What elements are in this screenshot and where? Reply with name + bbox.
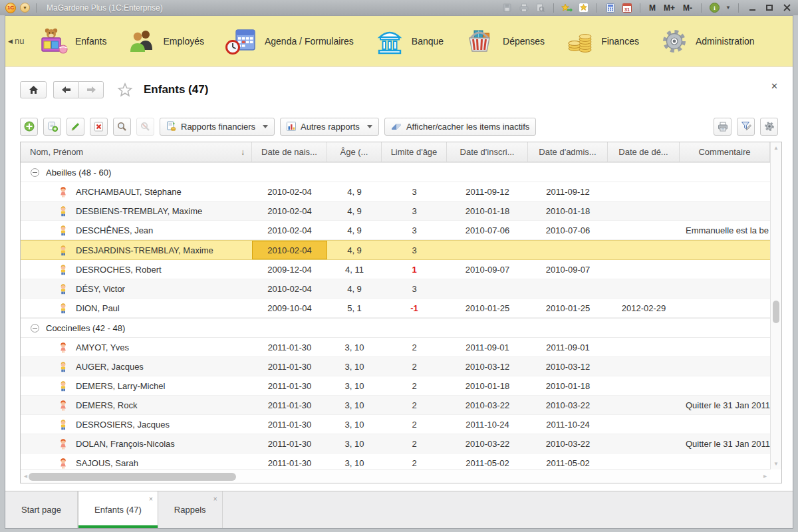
financial-reports-dropdown[interactable]: Rapports financiers bbox=[160, 118, 275, 136]
info-button[interactable]: i bbox=[709, 2, 720, 13]
collapse-group-icon[interactable] bbox=[31, 168, 39, 177]
add-favorite-icon[interactable] bbox=[578, 2, 589, 13]
ribbon-item-enfants[interactable]: Enfants bbox=[37, 26, 106, 57]
minimize-button[interactable] bbox=[746, 3, 758, 13]
cell-comment bbox=[680, 201, 770, 220]
cell-age: 4, 9 bbox=[327, 279, 382, 298]
tab-rappels[interactable]: Rappels× bbox=[158, 491, 223, 528]
vertical-scrollbar[interactable]: ▲ ▼ bbox=[770, 142, 781, 469]
print-list-button[interactable] bbox=[714, 118, 732, 136]
other-reports-dropdown[interactable]: Autres rapports bbox=[280, 118, 379, 136]
forward-button[interactable] bbox=[78, 81, 104, 98]
scroll-left-icon[interactable]: ◂ bbox=[24, 472, 27, 479]
child-name: DÉSY, Victor bbox=[76, 284, 125, 294]
vertical-scroll-thumb[interactable] bbox=[773, 301, 779, 323]
back-button[interactable] bbox=[53, 81, 78, 98]
table-row[interactable]: DESBIENS-TREMBLAY, Maxime2010-02-044, 93… bbox=[21, 201, 770, 221]
horizontal-scroll-thumb[interactable] bbox=[29, 473, 236, 481]
ribbon-item-banque[interactable]: Banque bbox=[375, 27, 444, 55]
system-menu-button[interactable]: ▼ bbox=[20, 3, 30, 13]
table-row[interactable]: DESROCHES, Robert2009-12-044, 1112010-09… bbox=[21, 260, 770, 279]
calculator-icon[interactable] bbox=[604, 2, 616, 13]
toggle-inactive-button[interactable]: Afficher/cacher les items inactifs bbox=[384, 118, 536, 136]
ribbon-item-depenses[interactable]: Dépenses bbox=[465, 27, 545, 55]
column-header-6[interactable]: Date de dé... bbox=[608, 142, 680, 162]
column-header-7[interactable]: Commentaire bbox=[680, 142, 770, 162]
cell-departure bbox=[608, 279, 680, 298]
favorites-navigate-icon[interactable] bbox=[561, 2, 573, 13]
column-header-3[interactable]: Limite d'âge bbox=[382, 142, 447, 162]
cell-birth: 2009-10-04 bbox=[252, 299, 327, 317]
table-row[interactable]: DOLAN, François-Nicolas2011-01-303, 1022… bbox=[21, 434, 770, 454]
search-button[interactable] bbox=[113, 118, 131, 136]
ribbon-item-employes[interactable]: Employés bbox=[128, 27, 203, 55]
table-row[interactable]: DESROSIERS, Jacques2011-01-303, 1022011-… bbox=[21, 415, 770, 434]
tab-close-icon[interactable]: × bbox=[213, 495, 217, 503]
calendar-icon[interactable]: 31 bbox=[621, 2, 632, 13]
financial-reports-label: Rapports financiers bbox=[181, 122, 255, 132]
column-header-1[interactable]: Date de nais... bbox=[252, 142, 327, 162]
column-header-0[interactable]: Nom, Prénom↓ bbox=[21, 142, 252, 162]
table-row[interactable]: DEMERS, Larry-Michel2011-01-303, 1022010… bbox=[21, 376, 770, 396]
cell-name: AMYOT, Yves bbox=[21, 338, 252, 356]
page-close-button[interactable]: ✕ bbox=[771, 81, 778, 91]
print-preview-icon[interactable] bbox=[535, 2, 546, 13]
girl-icon bbox=[58, 186, 68, 198]
memory-add-button[interactable]: M+ bbox=[662, 3, 676, 13]
1c-logo-icon[interactable]: 1C bbox=[5, 3, 16, 13]
child-name: AMYOT, Yves bbox=[76, 342, 129, 352]
memory-subtract-button[interactable]: M- bbox=[682, 3, 694, 13]
scroll-down-icon[interactable]: ▼ bbox=[771, 461, 781, 467]
ribbon-item-finances[interactable]: Finances bbox=[566, 27, 639, 55]
active-cell[interactable]: 2010-02-04 bbox=[252, 241, 327, 259]
table-header: Nom, Prénom↓Date de nais...Âge (...Limit… bbox=[21, 142, 770, 162]
cell-inscription: 2011-05-02 bbox=[447, 454, 528, 469]
cell-limit: 2 bbox=[382, 434, 447, 453]
tab-start-page[interactable]: Start page bbox=[5, 491, 78, 528]
close-button[interactable] bbox=[781, 3, 793, 13]
table-row[interactable]: DESCHÊNES, Jean2010-02-044, 932010-07-06… bbox=[21, 221, 770, 240]
tab-close-icon[interactable]: × bbox=[149, 495, 153, 503]
cell-comment bbox=[680, 454, 770, 469]
copy-button[interactable] bbox=[43, 118, 61, 136]
table-row[interactable]: DEMERS, Rock2011-01-303, 1022010-03-2220… bbox=[21, 396, 770, 415]
filter-settings-button[interactable] bbox=[737, 118, 755, 136]
print-icon[interactable] bbox=[518, 2, 529, 13]
horizontal-scrollbar[interactable]: ◂ ▸ bbox=[21, 469, 770, 483]
table-row[interactable]: DION, Paul2009-10-045, 1-12010-01-252010… bbox=[21, 299, 770, 318]
add-button[interactable] bbox=[20, 118, 38, 136]
column-header-2[interactable]: Âge (... bbox=[327, 142, 382, 162]
collapse-group-icon[interactable] bbox=[31, 324, 39, 332]
list-settings-button[interactable] bbox=[760, 118, 778, 136]
group-row[interactable]: Coccinelles (42 - 48) bbox=[21, 318, 770, 338]
chevron-down-icon bbox=[367, 125, 372, 128]
cell-limit: 3 bbox=[382, 241, 447, 259]
maximize-button[interactable] bbox=[763, 3, 775, 13]
ribbon-item-agenda[interactable]: Agenda / Formulaires bbox=[225, 27, 354, 55]
ribbon-item-administration[interactable]: Administration bbox=[660, 27, 755, 55]
edit-button[interactable] bbox=[66, 118, 84, 136]
table-row[interactable]: ARCHAMBAULT, Stéphane2010-02-044, 932011… bbox=[21, 182, 770, 201]
memory-recall-button[interactable]: M bbox=[648, 3, 657, 13]
table-row[interactable]: AUGER, Jacques2011-01-303, 1022010-03-12… bbox=[21, 357, 770, 376]
save-icon[interactable] bbox=[501, 2, 513, 13]
scroll-up-icon[interactable]: ▲ bbox=[771, 145, 781, 151]
favorite-star-icon[interactable] bbox=[117, 82, 133, 98]
delete-button[interactable] bbox=[90, 118, 108, 136]
scroll-right-icon[interactable]: ▸ bbox=[763, 472, 767, 479]
menu-collapsed[interactable]: ◀ nu bbox=[5, 36, 37, 46]
table-row[interactable]: DESJARDINS-TREMBLAY, Maxime2010-02-044, … bbox=[21, 240, 770, 260]
table-row[interactable]: DÉSY, Victor2010-02-044, 93 bbox=[21, 279, 770, 299]
table-row[interactable]: SAJOUS, Sarah2011-01-303, 1022011-05-022… bbox=[21, 454, 770, 469]
column-header-4[interactable]: Date d'inscri... bbox=[447, 142, 528, 162]
column-header-5[interactable]: Date d'admis... bbox=[528, 142, 608, 162]
table-row[interactable]: AMYOT, Yves2011-01-303, 1022011-09-01201… bbox=[21, 338, 770, 357]
bottom-tab-bar: Start pageEnfants (47)×Rappels× bbox=[5, 491, 793, 528]
cancel-search-button[interactable] bbox=[136, 118, 154, 136]
cell-admission: 2010-01-18 bbox=[528, 201, 608, 220]
info-dropdown-icon[interactable]: ▼ bbox=[726, 5, 731, 11]
page-header: Enfants (47) ✕ bbox=[20, 80, 778, 100]
group-row[interactable]: Abeilles (48 - 60) bbox=[21, 162, 770, 182]
tab-enfants-47-[interactable]: Enfants (47)× bbox=[78, 491, 158, 528]
home-button[interactable] bbox=[20, 81, 47, 98]
